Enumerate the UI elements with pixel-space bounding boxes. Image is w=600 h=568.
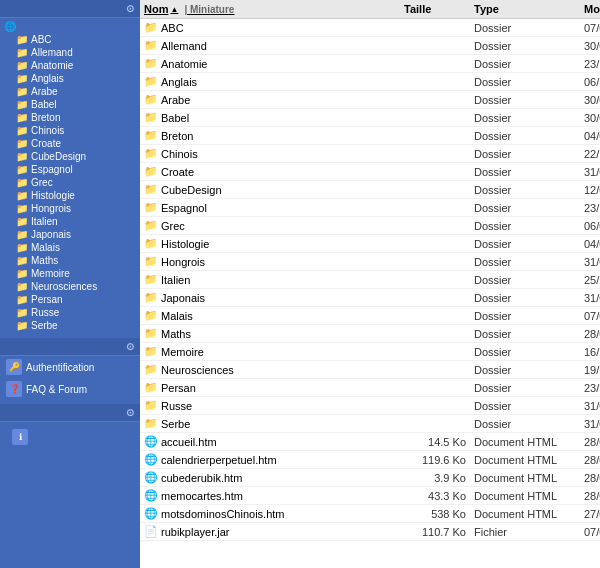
file-type-cell: Document HTML (470, 507, 580, 521)
folder-icon: 📁 (16, 320, 28, 331)
module-item[interactable]: ❓FAQ & Forum (0, 378, 140, 400)
file-type-cell: Dossier (470, 183, 580, 197)
table-row[interactable]: 🌐 memocartes.htm 43.3 Ko Document HTML 2… (140, 487, 600, 505)
col-header-name[interactable]: Nom ▲ | Miniature (140, 2, 400, 16)
tree-item-croate[interactable]: 📁Croate (0, 137, 140, 150)
table-row[interactable]: 📁 Breton Dossier 04/06/2018 18:54 (140, 127, 600, 145)
tree-root[interactable]: 🌐 (0, 20, 140, 33)
table-row[interactable]: 📁 Chinois Dossier 22/12/2018 21:42 (140, 145, 600, 163)
file-name: Serbe (161, 418, 190, 430)
table-row[interactable]: 📁 CubeDesign Dossier 12/04/2015 08:23 (140, 181, 600, 199)
table-row[interactable]: 📁 Grec Dossier 06/04/2018 11:34 (140, 217, 600, 235)
col-header-size[interactable]: Taille (400, 2, 470, 16)
tree-item-memoire[interactable]: 📁Memoire (0, 267, 140, 280)
file-name: Histologie (161, 238, 209, 250)
tree-item-allemand[interactable]: 📁Allemand (0, 46, 140, 59)
tree-children: 📁ABC📁Allemand📁Anatomie📁Anglais📁Arabe📁Bab… (0, 33, 140, 332)
folder-label: Grec (31, 177, 53, 188)
table-row[interactable]: 📁 Japonais Dossier 31/03/2009 05:35 (140, 289, 600, 307)
file-name: Croate (161, 166, 194, 178)
col-header-type[interactable]: Type (470, 2, 580, 16)
table-row[interactable]: 📁 Espagnol Dossier 23/11/2017 08:30 (140, 199, 600, 217)
file-date-cell: 12/04/2015 08:23 (580, 183, 600, 197)
table-row[interactable]: 🌐 accueil.htm 14.5 Ko Document HTML 28/0… (140, 433, 600, 451)
html-icon: 🌐 (144, 435, 158, 448)
folder-label: ABC (31, 34, 52, 45)
info-aide-item[interactable]: ℹ (6, 426, 134, 448)
tree-item-chinois[interactable]: 📁Chinois (0, 124, 140, 137)
table-row[interactable]: 📁 Persan Dossier 23/12/2017 20:56 (140, 379, 600, 397)
tree-item-malais[interactable]: 📁Malais (0, 241, 140, 254)
file-date-cell: 31/03/2009 05:14 (580, 165, 600, 179)
table-row[interactable]: 📁 Arabe Dossier 30/03/2009 20:59 (140, 91, 600, 109)
folder-icon: 📁 (144, 327, 158, 340)
tree-item-serbe[interactable]: 📁Serbe (0, 319, 140, 332)
table-row[interactable]: 🌐 motsdominosChinois.htm 538 Ko Document… (140, 505, 600, 523)
file-tree: 🌐 📁ABC📁Allemand📁Anatomie📁Anglais📁Arabe📁B… (0, 18, 140, 334)
file-name-cell: 📁 Anglais (140, 74, 400, 89)
table-row[interactable]: 📁 Allemand Dossier 30/03/2009 20:18 (140, 37, 600, 55)
table-row[interactable]: 📁 Histologie Dossier 04/07/2017 13:58 (140, 235, 600, 253)
table-row[interactable]: 📁 Italien Dossier 25/11/2017 09:37 (140, 271, 600, 289)
table-row[interactable]: 🌐 calendrierperpetuel.htm 119.6 Ko Docum… (140, 451, 600, 469)
table-row[interactable]: 📁 Babel Dossier 30/03/2009 07:15 (140, 109, 600, 127)
file-size-cell: 14.5 Ko (400, 435, 470, 449)
table-row[interactable]: 📁 ABC Dossier 07/09/2010 08:58 (140, 19, 600, 37)
col-header-date[interactable]: Modifié le (580, 2, 600, 16)
file-type-cell: Dossier (470, 381, 580, 395)
file-type-cell: Dossier (470, 57, 580, 71)
file-name-cell: 📁 ABC (140, 20, 400, 35)
tree-item-italien[interactable]: 📁Italien (0, 215, 140, 228)
tree-item-breton[interactable]: 📁Breton (0, 111, 140, 124)
table-row[interactable]: 📁 Malais Dossier 07/09/2010 09:06 (140, 307, 600, 325)
tree-item-anglais[interactable]: 📁Anglais (0, 72, 140, 85)
table-row[interactable]: 📁 Serbe Dossier 31/03/2009 06:02 (140, 415, 600, 433)
tree-item-russe[interactable]: 📁Russe (0, 306, 140, 319)
file-name-cell: 📁 Maths (140, 326, 400, 341)
module-label: Authentification (26, 362, 94, 373)
file-size-cell (400, 63, 470, 65)
tree-item-anatomie[interactable]: 📁Anatomie (0, 59, 140, 72)
tree-item-arabe[interactable]: 📁Arabe (0, 85, 140, 98)
tree-item-histologie[interactable]: 📁Histologie (0, 189, 140, 202)
tree-item-espagnol[interactable]: 📁Espagnol (0, 163, 140, 176)
tree-item-abc[interactable]: 📁ABC (0, 33, 140, 46)
html-icon: 🌐 (144, 471, 158, 484)
file-name: CubeDesign (161, 184, 222, 196)
table-row[interactable]: 📁 Anglais Dossier 06/10/2018 09:52 (140, 73, 600, 91)
tree-item-persan[interactable]: 📁Persan (0, 293, 140, 306)
table-row[interactable]: 📁 Hongrois Dossier 31/03/2009 05:18 (140, 253, 600, 271)
file-date-cell: 28/04/2012 09:24 (580, 435, 600, 449)
table-row[interactable]: 📁 Russe Dossier 31/03/2009 06:01 (140, 397, 600, 415)
folder-label: Babel (31, 99, 57, 110)
tree-item-hongrois[interactable]: 📁Hongrois (0, 202, 140, 215)
file-name: Grec (161, 220, 185, 232)
table-row[interactable]: 📁 Croate Dossier 31/03/2009 05:14 (140, 163, 600, 181)
table-row[interactable]: 📁 Anatomie Dossier 23/12/2018 09:35 (140, 55, 600, 73)
tree-item-babel[interactable]: 📁Babel (0, 98, 140, 111)
table-row[interactable]: 🌐 cubederubik.htm 3.9 Ko Document HTML 2… (140, 469, 600, 487)
col-name-label: Nom (144, 3, 168, 15)
tree-item-cubedesign[interactable]: 📁CubeDesign (0, 150, 140, 163)
file-name-cell: 📁 Italien (140, 272, 400, 287)
modules-header: ⊙ (0, 338, 140, 356)
tree-item-japonais[interactable]: 📁Japonais (0, 228, 140, 241)
table-row[interactable]: 📁 Memoire Dossier 16/11/2017 06:45 (140, 343, 600, 361)
folder-icon: 📁 (144, 129, 158, 142)
file-name: Malais (161, 310, 193, 322)
tree-item-neurosciences[interactable]: 📁Neurosciences (0, 280, 140, 293)
module-item[interactable]: 🔑Authentification (0, 356, 140, 378)
table-row[interactable]: 📄 rubikplayer.jar 110.7 Ko Fichier 07/09… (140, 523, 600, 541)
tree-item-maths[interactable]: 📁Maths (0, 254, 140, 267)
file-date-cell: 23/11/2017 08:30 (580, 201, 600, 215)
folder-icon: 📁 (144, 147, 158, 160)
tree-item-grec[interactable]: 📁Grec (0, 176, 140, 189)
table-row[interactable]: 📁 Neurosciences Dossier 19/11/2017 18:24 (140, 361, 600, 379)
file-name: cubederubik.htm (161, 472, 242, 484)
file-name-cell: 🌐 motsdominosChinois.htm (140, 506, 400, 521)
table-row[interactable]: 📁 Maths Dossier 28/08/2016 08:31 (140, 325, 600, 343)
file-name-cell: 📁 Histologie (140, 236, 400, 251)
file-size-cell (400, 315, 470, 317)
file-size-cell (400, 387, 470, 389)
file-size-cell (400, 423, 470, 425)
